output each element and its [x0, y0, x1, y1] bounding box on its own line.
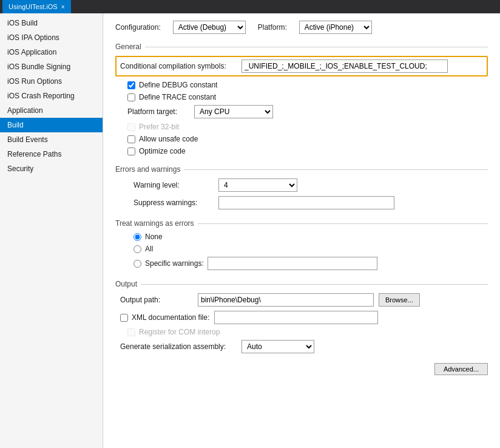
- warning-level-row: Warning level: 4 0 1 2 3: [115, 178, 488, 192]
- suppress-warnings-row: Suppress warnings:: [115, 196, 488, 209]
- general-header: General: [115, 42, 488, 51]
- xml-doc-label: XML documentation file:: [132, 313, 211, 322]
- define-debug-row: Define DEBUG constant: [115, 81, 488, 89]
- platform-select[interactable]: Active (iPhone) Any CPU iPhone iPhoneSim…: [299, 21, 372, 34]
- platform-target-row: Platform target: Any CPU x86 x64 ARM: [115, 105, 488, 118]
- optimize-code-row: Optimize code: [115, 147, 488, 155]
- prefer-32bit-row: Prefer 32-bit: [115, 123, 488, 131]
- suppress-warnings-label: Suppress warnings:: [133, 199, 218, 207]
- xml-doc-input[interactable]: [214, 311, 378, 324]
- sidebar-item-build[interactable]: Build: [0, 118, 103, 132]
- register-com-checkbox[interactable]: [127, 328, 135, 336]
- tab-label: UsingUITest.iOS: [8, 3, 58, 10]
- suppress-warnings-input[interactable]: [218, 196, 394, 209]
- sidebar-item-build-events[interactable]: Build Events: [0, 132, 103, 147]
- output-path-row: Output path: Browse...: [115, 293, 488, 307]
- define-trace-checkbox[interactable]: [127, 93, 135, 101]
- treat-warnings-section: Treat warnings as errors None All Specif…: [115, 219, 488, 270]
- register-com-row: Register for COM interop: [115, 328, 488, 336]
- platform-label: Platform:: [258, 23, 287, 32]
- sidebar-item-ios-application[interactable]: iOS Application: [0, 45, 103, 59]
- sidebar: iOS Build iOS IPA Options iOS Applicatio…: [0, 13, 103, 448]
- allow-unsafe-label: Allow unsafe code: [139, 135, 198, 143]
- title-tab[interactable]: UsingUITest.iOS ×: [2, 0, 71, 13]
- define-trace-label: Define TRACE constant: [139, 93, 216, 101]
- register-com-label: Register for COM interop: [139, 328, 220, 336]
- close-icon[interactable]: ×: [61, 4, 65, 10]
- compilation-label: Conditional compilation symbols:: [120, 62, 242, 70]
- compilation-input[interactable]: [242, 59, 448, 73]
- output-path-input[interactable]: [198, 293, 374, 307]
- treat-warnings-all-label: All: [145, 245, 153, 253]
- advanced-row: Advanced...: [115, 363, 488, 375]
- output-path-label: Output path:: [120, 296, 193, 304]
- serialization-label: Generate serialization assembly:: [120, 342, 242, 351]
- sidebar-item-reference-paths[interactable]: Reference Paths: [0, 147, 103, 161]
- configuration-label: Configuration:: [115, 23, 161, 32]
- treat-warnings-header: Treat warnings as errors: [115, 219, 488, 228]
- define-debug-label: Define DEBUG constant: [139, 81, 217, 89]
- sidebar-item-security[interactable]: Security: [0, 161, 103, 176]
- output-header: Output: [115, 280, 488, 288]
- top-controls: Configuration: Active (Debug) Debug Rele…: [115, 21, 488, 34]
- specific-warnings-input[interactable]: [208, 257, 377, 270]
- warning-level-label: Warning level:: [133, 181, 218, 189]
- main-layout: iOS Build iOS IPA Options iOS Applicatio…: [0, 13, 500, 448]
- configuration-select[interactable]: Active (Debug) Debug Release: [173, 21, 246, 34]
- define-debug-checkbox[interactable]: [127, 81, 135, 89]
- sidebar-item-application[interactable]: Application: [0, 103, 103, 118]
- output-section: Output Output path: Browse... XML docume…: [115, 280, 488, 353]
- treat-warnings-none-row: None: [115, 232, 488, 241]
- serialization-row: Generate serialization assembly: Auto On…: [115, 340, 488, 353]
- treat-warnings-none-label: None: [145, 232, 163, 241]
- general-section: General Conditional compilation symbols:…: [115, 42, 488, 155]
- allow-unsafe-row: Allow unsafe code: [115, 135, 488, 143]
- prefer-32bit-checkbox[interactable]: [127, 123, 135, 131]
- treat-warnings-none-radio[interactable]: [133, 233, 141, 241]
- optimize-code-checkbox[interactable]: [127, 148, 135, 155]
- sidebar-item-ios-ipa-options[interactable]: iOS IPA Options: [0, 30, 103, 45]
- xml-doc-checkbox[interactable]: [120, 314, 128, 322]
- serialization-select[interactable]: Auto On Off: [242, 340, 314, 353]
- errors-warnings-section: Errors and warnings Warning level: 4 0 1…: [115, 165, 488, 209]
- platform-target-label: Platform target:: [127, 107, 194, 116]
- define-trace-row: Define TRACE constant: [115, 93, 488, 101]
- xml-doc-row: XML documentation file:: [115, 311, 488, 324]
- warning-level-select[interactable]: 4 0 1 2 3: [218, 178, 297, 192]
- sidebar-item-ios-crash-reporting[interactable]: iOS Crash Reporting: [0, 89, 103, 103]
- title-bar: UsingUITest.iOS ×: [0, 0, 500, 13]
- treat-warnings-all-row: All: [115, 245, 488, 253]
- sidebar-item-ios-build[interactable]: iOS Build: [0, 16, 103, 30]
- treat-warnings-specific-row: Specific warnings:: [115, 257, 488, 270]
- sidebar-item-ios-bundle-signing[interactable]: iOS Bundle Signing: [0, 59, 103, 74]
- treat-warnings-specific-radio[interactable]: [133, 260, 141, 268]
- prefer-32bit-label: Prefer 32-bit: [139, 123, 179, 131]
- errors-warnings-header: Errors and warnings: [115, 165, 488, 174]
- compilation-symbols-row: Conditional compilation symbols:: [115, 56, 488, 76]
- advanced-button[interactable]: Advanced...: [434, 363, 488, 375]
- treat-warnings-specific-label: Specific warnings:: [145, 259, 204, 268]
- platform-target-select[interactable]: Any CPU x86 x64 ARM: [194, 105, 273, 118]
- content-area: Configuration: Active (Debug) Debug Rele…: [103, 13, 500, 448]
- browse-button[interactable]: Browse...: [379, 293, 420, 307]
- allow-unsafe-checkbox[interactable]: [127, 135, 135, 143]
- treat-warnings-all-radio[interactable]: [133, 245, 141, 253]
- optimize-code-label: Optimize code: [139, 147, 186, 155]
- sidebar-item-ios-run-options[interactable]: iOS Run Options: [0, 74, 103, 89]
